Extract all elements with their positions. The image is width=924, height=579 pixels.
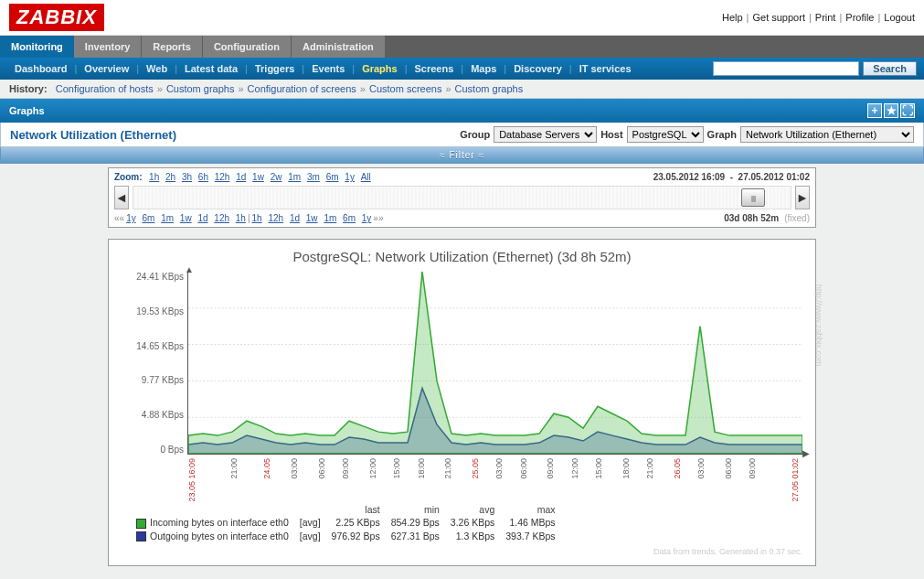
fullscreen-icon[interactable]: ⛶ [900, 103, 915, 118]
subnav-screens[interactable]: Screens [408, 61, 462, 76]
main-nav: MonitoringInventoryReportsConfigurationA… [0, 36, 924, 58]
zoom-1m[interactable]: 1m [288, 172, 301, 182]
x-tick: 06:00 [519, 458, 528, 479]
zoom-1d[interactable]: 1d [236, 172, 246, 182]
nav-fwd-1w[interactable]: 1w [306, 213, 318, 223]
date-range: 23.05.2012 16:09 - 27.05.2012 01:02 [653, 172, 810, 182]
zoom-3h[interactable]: 3h [182, 172, 192, 182]
x-tick: 18:00 [621, 458, 631, 479]
x-tick: 09:00 [341, 458, 350, 479]
zoom-label: Zoom: [114, 172, 143, 182]
zoom-All[interactable]: All [361, 172, 371, 182]
nav-back-12h[interactable]: 12h [214, 213, 229, 223]
search-input[interactable] [713, 61, 859, 76]
nav-back-6m[interactable]: 6m [142, 213, 154, 223]
zoom-1h[interactable]: 1h [149, 172, 159, 182]
zoom-3m[interactable]: 3m [307, 172, 320, 182]
zoom-12h[interactable]: 12h [215, 172, 230, 182]
timeline-right-icon[interactable]: ► [795, 186, 810, 209]
x-tick: 03:00 [494, 458, 504, 479]
host-select[interactable]: PostgreSQL [627, 126, 704, 143]
zoom-6h[interactable]: 6h [198, 172, 208, 182]
subnav-discovery[interactable]: Discovery [506, 61, 569, 76]
nav-back-1d[interactable]: 1d [197, 213, 207, 223]
nav-administration[interactable]: Administration [292, 36, 385, 58]
x-tick: 12:00 [368, 458, 377, 479]
nav-inventory[interactable]: Inventory [74, 36, 142, 58]
nav-back-1h[interactable]: 1h [236, 213, 246, 223]
subnav-web[interactable]: Web [139, 61, 175, 76]
search-button[interactable]: Search [863, 61, 917, 76]
nav-fwd-6m[interactable]: 6m [343, 213, 356, 223]
x-tick: 23.05 16:09 [187, 458, 196, 502]
filter-toggle[interactable]: ≈ Filter ≈ [0, 147, 924, 164]
zoom-2h[interactable]: 2h [165, 172, 175, 182]
y-tick: 14.65 KBps [136, 341, 184, 351]
nav-back-1y[interactable]: 1y [126, 213, 136, 223]
logo: ZABBIX [9, 4, 104, 31]
timeline-handle[interactable] [741, 188, 765, 207]
top-link-help[interactable]: Help [722, 12, 743, 23]
history-link[interactable]: Custom screens [369, 83, 441, 94]
x-tick: 24.05 [262, 458, 271, 479]
timeline-slider[interactable] [133, 186, 791, 209]
filter-row: Network Utilization (Ethernet) Group Dat… [0, 123, 924, 147]
subnav-graphs[interactable]: Graphs [355, 61, 405, 76]
nav-back-1w[interactable]: 1w [180, 213, 192, 223]
history-link[interactable]: Configuration of hosts [56, 83, 154, 94]
legend-row: Outgoing bytes on interface eth0 [avg] 9… [136, 531, 565, 542]
subnav-events[interactable]: Events [304, 61, 352, 76]
fixed-label: (fixed) [784, 213, 810, 223]
zoom-6m[interactable]: 6m [326, 172, 339, 182]
top-link-print[interactable]: Print [815, 12, 836, 23]
x-tick: 21:00 [229, 458, 239, 479]
history-label: History: [9, 83, 48, 94]
nav-fwd-1y[interactable]: 1y [362, 213, 372, 223]
section-title: Graphs [9, 105, 45, 116]
subnav-maps[interactable]: Maps [463, 61, 504, 76]
nav-fwd-1h[interactable]: 1h [252, 213, 262, 223]
subnav-it services[interactable]: IT services [572, 61, 639, 76]
zoom-1w[interactable]: 1w [252, 172, 264, 182]
nav-fwd-12h[interactable]: 12h [268, 213, 283, 223]
graph-select[interactable]: Network Utilization (Ethernet) [740, 126, 914, 143]
x-tick: 15:00 [594, 458, 603, 479]
star-icon[interactable]: ★ [884, 103, 898, 118]
x-tick: 18:00 [417, 458, 426, 479]
y-tick: 9.77 KBps [142, 375, 184, 385]
timeline-left-icon[interactable]: ◄ [114, 186, 129, 209]
nav-reports[interactable]: Reports [142, 36, 202, 58]
top-link-profile[interactable]: Profile [845, 12, 874, 23]
legend-row: Incoming bytes on interface eth0 [avg] 2… [136, 517, 565, 529]
group-select[interactable]: Database Servers [494, 126, 597, 143]
nav-configuration[interactable]: Configuration [203, 36, 291, 58]
section-header: Graphs + ★ ⛶ [0, 99, 924, 123]
nav-monitoring[interactable]: Monitoring [0, 36, 74, 58]
subnav-latest data[interactable]: Latest data [177, 61, 245, 76]
x-tick: 09:00 [546, 458, 555, 479]
history-link[interactable]: Configuration of screens [248, 83, 356, 94]
x-tick: 25.05 [471, 458, 480, 479]
subnav-dashboard[interactable]: Dashboard [7, 61, 74, 76]
history-link[interactable]: Custom graphs [166, 83, 235, 94]
add-icon[interactable]: + [867, 103, 882, 118]
subnav-triggers[interactable]: Triggers [248, 61, 302, 76]
subnav-overview[interactable]: Overview [77, 61, 136, 76]
group-label: Group [460, 129, 490, 140]
nav-fwd-1d[interactable]: 1d [290, 213, 300, 223]
zoom-1y[interactable]: 1y [345, 172, 355, 182]
chart-container: PostgreSQL: Network Utilization (Etherne… [108, 239, 816, 566]
x-tick: 21:00 [645, 458, 654, 479]
top-link-get support[interactable]: Get support [752, 12, 804, 23]
chart-title: PostgreSQL: Network Utilization (Etherne… [122, 249, 802, 264]
nav-fwd-1m[interactable]: 1m [324, 213, 336, 223]
watermark: http://www.zabbix.com [814, 284, 823, 367]
host-label: Host [600, 129, 622, 140]
zoom-2w[interactable]: 2w [271, 172, 282, 182]
x-tick: 06:00 [317, 458, 326, 479]
history-link[interactable]: Custom graphs [455, 83, 524, 94]
search-wrap: Search [713, 61, 917, 76]
y-axis: 24.41 KBps19.53 KBps14.65 KBps9.77 KBps4… [122, 272, 184, 455]
nav-back-1m[interactable]: 1m [161, 213, 174, 223]
top-link-logout[interactable]: Logout [884, 12, 915, 23]
